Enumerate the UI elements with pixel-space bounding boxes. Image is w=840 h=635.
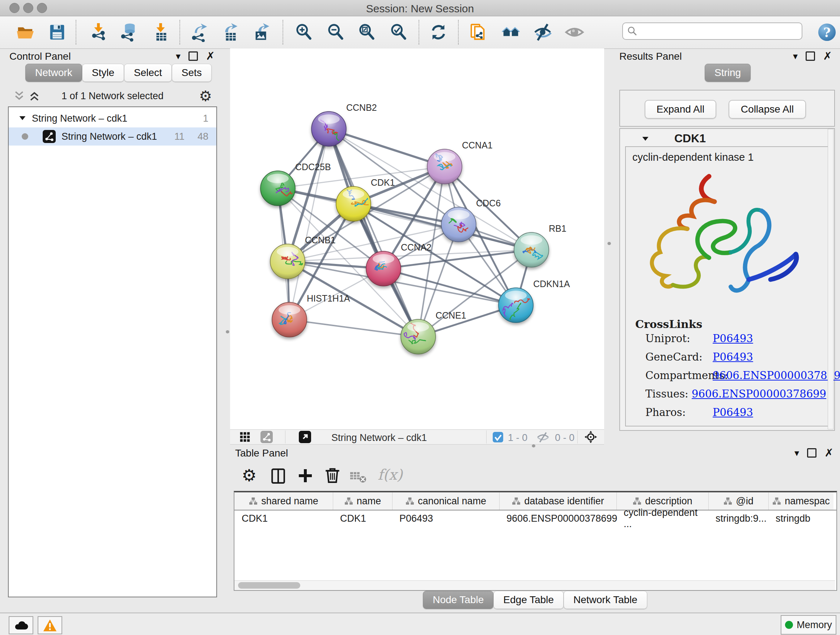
tree-expand-triangle-icon[interactable] xyxy=(18,114,27,123)
save-session-button[interactable] xyxy=(46,21,68,43)
panel-float-icon[interactable] xyxy=(806,51,815,61)
home-networks-button[interactable] xyxy=(500,21,522,43)
panel-float-icon[interactable] xyxy=(188,51,198,61)
create-column-button[interactable] xyxy=(297,468,313,484)
crosshair-icon xyxy=(584,430,598,444)
import-database-icon xyxy=(119,22,139,42)
panel-collapse-icon[interactable]: ▾ xyxy=(794,448,799,458)
show-columns-button[interactable] xyxy=(270,468,286,485)
panel-collapse-icon[interactable]: ▾ xyxy=(793,51,798,62)
column-header-label: database identifier xyxy=(524,496,604,507)
vertical-splitter-handle[interactable] xyxy=(226,330,229,333)
crosslink-link[interactable]: P06493 xyxy=(713,406,753,418)
network-share-icon xyxy=(43,130,56,143)
clone-network-button[interactable] xyxy=(468,21,490,43)
help-button[interactable]: ? xyxy=(816,21,838,43)
refresh-network-button[interactable] xyxy=(428,21,449,43)
network-node-CCNE1[interactable] xyxy=(401,319,436,354)
panel-close-icon[interactable]: ✗ xyxy=(823,52,832,60)
crosslink-link[interactable]: 9606.ENSP00000378699 xyxy=(713,369,840,382)
floppy-disk-icon xyxy=(47,22,67,42)
tab-string[interactable]: String xyxy=(705,64,751,82)
search-input[interactable] xyxy=(638,25,802,37)
panel-close-icon[interactable]: ✗ xyxy=(206,52,215,60)
crosslink-link[interactable]: P06493 xyxy=(713,333,753,345)
result-collapse-triangle-icon[interactable] xyxy=(641,135,650,143)
export-image-button[interactable] xyxy=(251,21,273,43)
birds-eye-grid-button[interactable] xyxy=(240,432,250,442)
network-view-toolbar: String Network – cdk1 1 - 0 0 - 0 xyxy=(230,429,604,445)
expand-all-button[interactable]: Expand All xyxy=(645,100,716,119)
node-label: CCNE1 xyxy=(436,310,466,320)
show-all-button[interactable] xyxy=(564,21,585,43)
import-network-button[interactable] xyxy=(88,21,109,43)
fit-content-button[interactable] xyxy=(584,430,598,444)
delete-table-button-disabled[interactable] xyxy=(349,470,367,485)
panel-collapse-icon[interactable]: ▾ xyxy=(176,51,180,62)
zoom-out-button[interactable] xyxy=(325,21,347,43)
table-hscrollbar-thumb[interactable] xyxy=(238,582,300,589)
network-node-CCNB2[interactable] xyxy=(311,111,347,146)
tab-edge-table[interactable]: Edge Table xyxy=(493,591,564,609)
function-builder-button-disabled[interactable]: f(x) xyxy=(378,466,403,483)
network-node-CDK1[interactable] xyxy=(336,187,371,221)
network-node-CCNA2[interactable] xyxy=(366,251,401,286)
crosslink-link[interactable]: P06493 xyxy=(713,351,753,363)
warnings-button[interactable] xyxy=(38,616,62,634)
import-table-button[interactable] xyxy=(150,21,172,43)
collapse-all-button[interactable]: Collapse All xyxy=(729,100,806,119)
column-header-name[interactable]: name xyxy=(333,492,392,510)
table-hscrollbar[interactable] xyxy=(234,580,835,590)
import-database-button[interactable] xyxy=(118,21,140,43)
tab-style[interactable]: Style xyxy=(82,64,124,82)
export-table-button[interactable] xyxy=(220,21,242,43)
panel-float-icon[interactable] xyxy=(807,448,816,458)
protein-detail-box: cyclin-dependent kinase 1 CrossLinks Uni… xyxy=(625,146,829,426)
results-panel: Results Panel ▾ ✗ String Expand All Coll… xyxy=(615,49,838,446)
network-node-CDC6[interactable] xyxy=(441,207,476,242)
selected-nodes-checkbox[interactable] xyxy=(493,432,503,442)
zoom-selected-button[interactable] xyxy=(388,21,409,43)
tab-sets[interactable]: Sets xyxy=(172,64,212,82)
tab-network[interactable]: Network xyxy=(25,64,82,82)
network-row-selected[interactable]: String Network – cdk1 11 48 xyxy=(9,127,216,146)
network-node-HIST1H1A[interactable] xyxy=(272,302,307,337)
cloud-status-button[interactable] xyxy=(9,616,33,634)
node-label: CDK1 xyxy=(371,177,395,187)
column-header-namespac[interactable]: namespac xyxy=(768,492,834,510)
table-row[interactable]: CDK1CDK1P064939606.ENSP00000378699cyclin… xyxy=(234,510,836,526)
zoom-in-button[interactable] xyxy=(293,21,315,43)
hidden-toggle[interactable] xyxy=(536,432,550,443)
crosslink-link[interactable]: 9606.ENSP00000378699 xyxy=(692,388,826,400)
tab-node-table[interactable]: Node Table xyxy=(423,591,493,609)
open-in-window-button[interactable] xyxy=(299,431,311,443)
network-node-CCNA1[interactable] xyxy=(427,149,462,184)
open-session-button[interactable] xyxy=(14,21,36,43)
column-header-database-identifier[interactable]: database identifier xyxy=(499,492,616,510)
network-node-RB1[interactable] xyxy=(514,233,549,267)
column-header--id[interactable]: @id xyxy=(708,492,768,510)
network-node-CCNB1[interactable] xyxy=(270,244,305,279)
column-header-shared-name[interactable]: shared name xyxy=(234,492,333,510)
tab-select[interactable]: Select xyxy=(124,64,172,82)
network-overview-button[interactable] xyxy=(261,431,273,443)
column-header-canonical-name[interactable]: canonical name xyxy=(392,492,499,510)
zoom-fit-button[interactable] xyxy=(356,21,378,43)
panel-close-icon[interactable]: ✗ xyxy=(824,449,834,456)
network-status-dot-icon xyxy=(22,133,28,140)
network-node-CDKN1A[interactable] xyxy=(499,288,533,323)
network-node-CDC25B[interactable] xyxy=(261,171,295,206)
memory-button[interactable]: Memory xyxy=(781,615,836,635)
network-options-gear-icon[interactable]: ⚙ xyxy=(199,88,212,104)
right-splitter-handle[interactable] xyxy=(607,241,611,245)
network-canvas[interactable]: CCNB2CCNA1CDC25BCDK1CDC6RB1CCNB1CCNA2CDK… xyxy=(230,49,604,429)
table-options-gear-icon[interactable]: ⚙ xyxy=(242,466,256,485)
export-network-button[interactable] xyxy=(189,21,210,43)
delete-column-button[interactable] xyxy=(324,467,341,484)
hide-selected-button[interactable] xyxy=(532,21,554,43)
tab-network-table[interactable]: Network Table xyxy=(564,591,647,609)
node-label: CCNA1 xyxy=(462,140,493,150)
columns-icon xyxy=(270,468,286,485)
results-scrollbar[interactable] xyxy=(828,129,834,429)
network-collection-row[interactable]: String Network – cdk1 1 xyxy=(9,109,216,127)
